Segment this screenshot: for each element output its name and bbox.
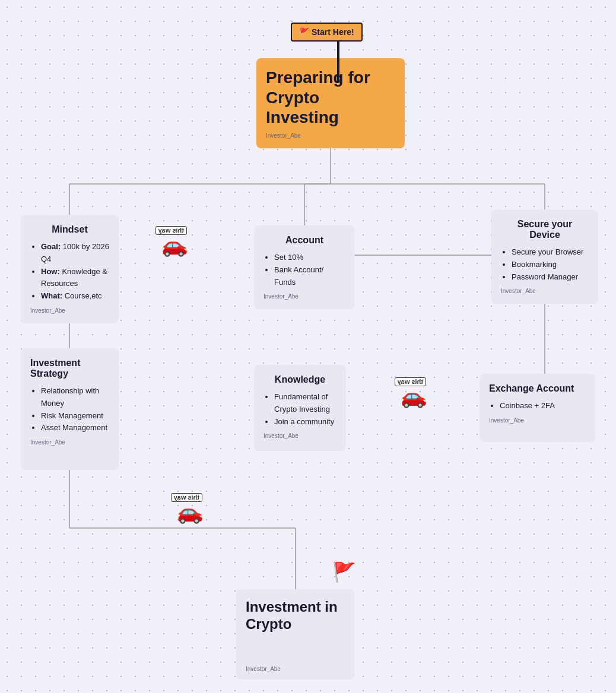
investment-strategy-card: Investment Strategy Relationship with Mo… <box>21 348 119 470</box>
knowledge-author: Investor_Abe <box>263 433 336 439</box>
investment-strategy-list: Relationship with Money Risk Management … <box>30 385 109 434</box>
knowledge-list: Fundamental of Crypto Investing Join a c… <box>263 391 336 428</box>
account-title: Account <box>263 235 345 246</box>
exchange-account-card: Exchange Account Coinbase + 2FA Investor… <box>480 374 595 442</box>
mindset-author: Investor_Abe <box>30 307 109 314</box>
start-here-banner: Start Here! <box>291 23 363 83</box>
investment-crypto-title: Investment in Crypto <box>246 599 345 633</box>
exchange-account-title: Exchange Account <box>489 383 586 394</box>
knowledge-title: Knowledge <box>263 374 336 385</box>
secure-device-author: Investor_Abe <box>501 288 589 294</box>
exchange-account-list: Coinbase + 2FA <box>489 400 586 412</box>
exchange-account-author: Investor_Abe <box>489 417 586 424</box>
main-author: Investor_Abe <box>266 132 395 139</box>
knowledge-card: Knowledge Fundamental of Crypto Investin… <box>254 365 346 451</box>
account-author: Investor_Abe <box>263 293 345 300</box>
mindset-title: Mindset <box>30 224 109 235</box>
investment-crypto-card: Investment in Crypto Investor_Abe <box>236 589 355 679</box>
car-sticker-1: this way 🚗 <box>161 234 188 256</box>
mindset-list: Goal: 100k by 2026 Q4 How: Knowledge & R… <box>30 241 109 303</box>
investment-strategy-title: Investment Strategy <box>30 358 109 379</box>
mindset-card: Mindset Goal: 100k by 2026 Q4 How: Knowl… <box>21 215 119 323</box>
investment-crypto-author: Investor_Abe <box>246 666 281 672</box>
flag-label: Start Here! <box>291 23 363 42</box>
account-card: Account Set 10% Bank Account/ Funds Inve… <box>254 225 355 309</box>
small-flag-sticker: 🚩 <box>332 561 356 583</box>
secure-device-card: Secure your Device Secure your Browser B… <box>491 209 598 304</box>
secure-device-list: Secure your Browser Bookmarking Password… <box>501 246 589 283</box>
account-list: Set 10% Bank Account/ Funds <box>263 252 345 288</box>
car-sticker-3: this way 🚗 <box>177 501 204 523</box>
investment-strategy-author: Investor_Abe <box>30 439 109 446</box>
car-sticker-2: this way 🚗 <box>401 386 427 407</box>
secure-device-title: Secure your Device <box>501 219 589 240</box>
